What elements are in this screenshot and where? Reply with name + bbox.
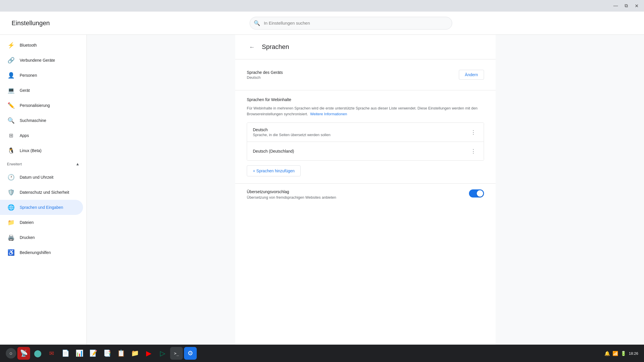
- sidebar-label-dateien: Dateien: [20, 220, 34, 225]
- list-item: Deutsch (Deutschland) ⋮: [247, 142, 484, 160]
- gmail-icon: ✉: [49, 350, 54, 357]
- folder-icon: 📁: [7, 218, 15, 226]
- taskbar-app-slides[interactable]: 📑: [101, 347, 113, 360]
- web-content-desc: Für Webinhalte in mehreren Sprachen wird…: [247, 105, 484, 117]
- main-inner: ← Sprachen Sprache des Geräts Deutsch Än…: [235, 35, 496, 345]
- sidebar-item-dateien[interactable]: 📁 Dateien: [0, 215, 83, 230]
- device-language-label: Sprache des Geräts: [247, 70, 283, 75]
- taskbar-app-files[interactable]: 📁: [128, 347, 141, 360]
- bluetooth-icon: ⚡: [7, 41, 15, 49]
- apps-icon: ⊞: [7, 131, 15, 140]
- sidebar: ⚡ Bluetooth 🔗 Verbundene Geräte 👤 Person…: [0, 35, 87, 345]
- taskbar-app-terminal[interactable]: >_: [170, 347, 183, 360]
- translation-info: Übersetzungsvorschlag Übersetzung von fr…: [247, 189, 457, 200]
- more-options-button-1[interactable]: ⋮: [469, 147, 478, 156]
- devices-icon: 🔗: [7, 56, 15, 64]
- page-title: Sprachen: [262, 43, 289, 51]
- web-content-title: Sprachen für Webinhalte: [247, 97, 484, 102]
- translation-label: Übersetzungsvorschlag: [247, 189, 457, 194]
- slides-icon: 📑: [103, 350, 111, 357]
- back-button[interactable]: ←: [247, 42, 257, 52]
- language-info-0: Deutsch Sprache, in die Seiten übersetzt…: [253, 127, 469, 137]
- sheets-icon: 📊: [76, 350, 83, 357]
- maximize-button[interactable]: ⧉: [622, 2, 630, 10]
- more-info-link[interactable]: Weitere Informationen: [310, 112, 347, 116]
- sidebar-item-bedienungshilfen[interactable]: ♿ Bedienungshilfen: [0, 245, 83, 260]
- play-icon: ▷: [160, 349, 165, 357]
- taskbar-app-chrome[interactable]: ⬤: [31, 347, 44, 360]
- sidebar-label-bedienungshilfen: Bedienungshilfen: [20, 250, 51, 255]
- translation-desc: Übersetzung von fremdsprachigen Websites…: [247, 195, 457, 200]
- sidebar-label-linux: Linux (Beta): [20, 148, 41, 153]
- sidebar-label-suchmaschine: Suchmaschine: [20, 118, 46, 123]
- taskbar-app-settings[interactable]: ⚙: [184, 347, 197, 360]
- more-options-button-0[interactable]: ⋮: [469, 128, 478, 137]
- clock-icon: 🕐: [7, 173, 15, 181]
- sidebar-item-geraet[interactable]: 💻 Gerät: [0, 83, 83, 98]
- battery-icon: 🔋: [621, 351, 626, 356]
- taskbar-app-sheets[interactable]: 📊: [73, 347, 86, 360]
- erweitert-label: Erweitert: [7, 162, 22, 166]
- taskbar-right: 🔔 📶 🔋 18:26: [604, 351, 638, 356]
- search-icon: 🔍: [254, 20, 260, 26]
- sidebar-label-personalisierung: Personalisierung: [20, 103, 50, 108]
- taskbar-app-keep[interactable]: 📝: [87, 347, 100, 360]
- chrome-icon: ⬤: [34, 349, 42, 357]
- sidebar-item-suchmaschine[interactable]: 🔍 Suchmaschine: [0, 113, 83, 128]
- taskbar-search-button[interactable]: ○: [6, 348, 16, 359]
- minimize-button[interactable]: —: [612, 2, 620, 10]
- titlebar: — ⧉ ✕: [0, 0, 644, 12]
- sidebar-item-bluetooth[interactable]: ⚡ Bluetooth: [0, 38, 83, 53]
- taskbar: ○ 📡 ⬤ ✉ 📄 📊 📝 📑 📋 📁 ▶ ▷ >_ ⚙ 🔔 📶 🔋 1: [0, 345, 644, 362]
- taskbar-app-gmail[interactable]: ✉: [45, 347, 58, 360]
- sidebar-item-sprachen[interactable]: 🌐 Sprachen und Eingaben: [0, 200, 83, 215]
- device-language-value: Deutsch: [247, 75, 283, 80]
- page-header: ← Sprachen: [235, 35, 496, 59]
- forms-icon: 📋: [117, 350, 125, 357]
- sidebar-item-personalisierung[interactable]: ✏️ Personalisierung: [0, 98, 83, 113]
- notification-icon: 🔔: [604, 351, 610, 356]
- docs-icon: 📄: [62, 350, 69, 357]
- device-icon: 💻: [7, 86, 15, 94]
- language-list: Deutsch Sprache, in die Seiten übersetzt…: [247, 123, 484, 161]
- sidebar-item-linux[interactable]: 🐧 Linux (Beta): [0, 143, 83, 158]
- sidebar-section-erweitert[interactable]: Erweitert ▲: [0, 158, 87, 170]
- pen-icon: ✏️: [7, 101, 15, 109]
- settings-window: Einstellungen 🔍 ⚡ Bluetooth 🔗 Verbundene…: [0, 12, 644, 345]
- sidebar-label-datum-uhrzeit: Datum und Uhrzeit: [20, 175, 54, 180]
- taskbar-app-youtube[interactable]: ▶: [142, 347, 155, 360]
- search-input[interactable]: [250, 17, 452, 30]
- taskbar-app-hotspot[interactable]: 📡: [17, 347, 30, 360]
- settings-icon: ⚙: [187, 350, 193, 357]
- sidebar-item-datum-uhrzeit[interactable]: 🕐 Datum und Uhrzeit: [0, 170, 83, 185]
- language-sub-0: Sprache, in die Seiten übersetzt werden …: [253, 133, 469, 137]
- sidebar-item-verbundene-geraete[interactable]: 🔗 Verbundene Geräte: [0, 53, 83, 68]
- youtube-icon: ▶: [146, 349, 151, 357]
- sidebar-label-verbundene-geraete: Verbundene Geräte: [20, 58, 55, 63]
- sidebar-label-apps: Apps: [20, 133, 29, 138]
- sidebar-label-drucken: Drucken: [20, 235, 35, 240]
- device-language-row: Sprache des Geräts Deutsch Ändern: [247, 66, 484, 83]
- language-name-0: Deutsch: [253, 127, 469, 132]
- lang-icon: 🌐: [7, 203, 15, 211]
- change-language-button[interactable]: Ändern: [459, 70, 484, 80]
- add-language-button[interactable]: + Sprachen hinzufügen: [247, 165, 301, 176]
- translation-toggle[interactable]: [469, 189, 484, 198]
- taskbar-app-play[interactable]: ▷: [156, 347, 169, 360]
- sidebar-label-sprachen: Sprachen und Eingaben: [20, 205, 63, 210]
- sidebar-item-personen[interactable]: 👤 Personen: [0, 68, 83, 83]
- app-title: Einstellungen: [12, 19, 64, 27]
- sidebar-item-datenschutz[interactable]: 🛡️ Datenschutz und Sicherheit: [0, 185, 83, 200]
- close-button[interactable]: ✕: [632, 2, 641, 10]
- shield-icon: 🛡️: [7, 188, 15, 196]
- sidebar-item-apps[interactable]: ⊞ Apps: [0, 128, 83, 143]
- taskbar-app-docs[interactable]: 📄: [59, 347, 72, 360]
- taskbar-app-forms[interactable]: 📋: [115, 347, 127, 360]
- keep-icon: 📝: [89, 350, 97, 357]
- language-info-1: Deutsch (Deutschland): [253, 149, 469, 153]
- sidebar-item-drucken[interactable]: 🖨️ Drucken: [0, 230, 83, 245]
- files-icon: 📁: [131, 350, 139, 357]
- access-icon: ♿: [7, 248, 15, 257]
- language-name-1: Deutsch (Deutschland): [253, 149, 469, 153]
- taskbar-time: 18:26: [629, 351, 638, 356]
